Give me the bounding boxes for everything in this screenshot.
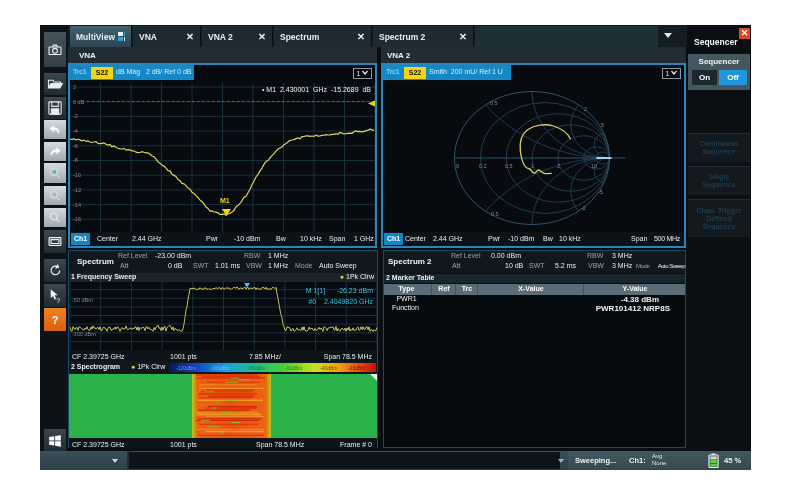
svg-text:?: ? bbox=[52, 313, 59, 325]
svg-text:?: ? bbox=[56, 296, 60, 303]
